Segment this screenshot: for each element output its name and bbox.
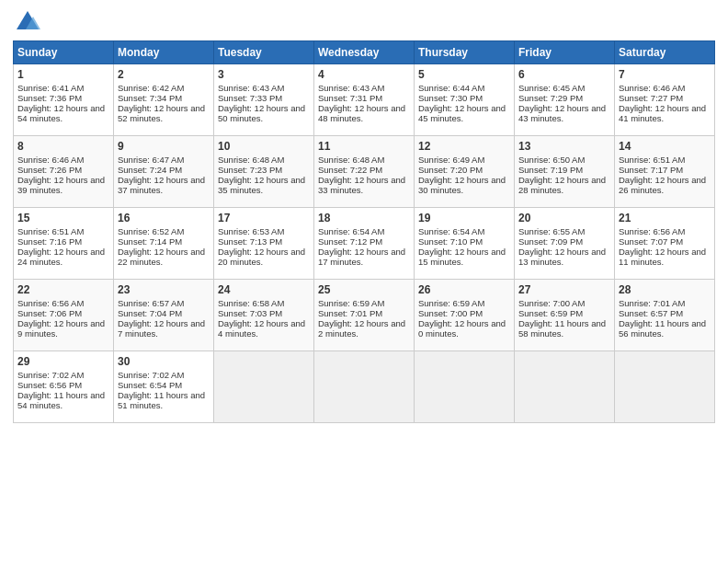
sunrise: Sunrise: 6:48 AM — [318, 155, 384, 165]
sunset: Sunset: 7:09 PM — [518, 236, 583, 247]
day-header-saturday: Saturday — [615, 41, 715, 64]
sunrise: Sunrise: 6:56 AM — [619, 226, 685, 236]
sunset: Sunset: 7:12 PM — [318, 236, 382, 247]
sunset: Sunset: 7:22 PM — [318, 165, 382, 175]
daylight: Daylight: 12 hours and 13 minutes. — [518, 247, 606, 267]
day-number: 16 — [118, 212, 210, 224]
sunset: Sunset: 7:10 PM — [418, 236, 483, 247]
sunset: Sunset: 6:54 PM — [118, 380, 182, 390]
sunrise: Sunrise: 6:43 AM — [218, 83, 284, 93]
daylight: Daylight: 12 hours and 52 minutes. — [118, 103, 205, 123]
sunset: Sunset: 7:29 PM — [518, 93, 583, 103]
day-number: 10 — [218, 140, 310, 153]
sunset: Sunset: 7:33 PM — [218, 93, 282, 103]
daylight: Daylight: 12 hours and 26 minutes. — [619, 175, 706, 195]
day-header-friday: Friday — [515, 41, 615, 64]
sunset: Sunset: 7:30 PM — [418, 93, 483, 103]
sunrise: Sunrise: 6:47 AM — [118, 155, 184, 165]
daylight: Daylight: 12 hours and 43 minutes. — [518, 103, 606, 123]
calendar-cell: 24 Sunrise: 6:58 AM Sunset: 7:03 PM Dayl… — [214, 280, 314, 351]
sunset: Sunset: 7:27 PM — [619, 93, 683, 103]
day-header-sunday: Sunday — [14, 41, 114, 64]
sunset: Sunset: 7:34 PM — [118, 93, 182, 103]
sunrise: Sunrise: 6:43 AM — [318, 83, 384, 93]
sunset: Sunset: 7:03 PM — [218, 308, 282, 318]
daylight: Daylight: 11 hours and 54 minutes. — [17, 390, 105, 410]
sunrise: Sunrise: 6:52 AM — [118, 226, 184, 236]
day-number: 19 — [418, 212, 510, 224]
sunset: Sunset: 7:07 PM — [619, 236, 683, 247]
calendar-cell: 26 Sunrise: 6:59 AM Sunset: 7:00 PM Dayl… — [415, 280, 515, 351]
day-number: 25 — [318, 283, 410, 296]
daylight: Daylight: 12 hours and 28 minutes. — [518, 175, 606, 195]
calendar-cell: 15 Sunrise: 6:51 AM Sunset: 7:16 PM Dayl… — [14, 208, 114, 280]
calendar-week-1: 1 Sunrise: 6:41 AM Sunset: 7:36 PM Dayli… — [14, 64, 715, 136]
daylight: Daylight: 12 hours and 33 minutes. — [318, 175, 405, 195]
day-number: 5 — [418, 68, 510, 81]
sunset: Sunset: 7:36 PM — [17, 93, 82, 103]
daylight: Daylight: 12 hours and 20 minutes. — [218, 247, 305, 267]
calendar-cell: 2 Sunrise: 6:42 AM Sunset: 7:34 PM Dayli… — [114, 64, 214, 136]
sunrise: Sunrise: 6:53 AM — [218, 226, 284, 236]
day-number: 26 — [418, 283, 510, 296]
sunrise: Sunrise: 6:58 AM — [218, 298, 284, 308]
sunset: Sunset: 7:17 PM — [619, 165, 683, 175]
sunset: Sunset: 7:26 PM — [17, 165, 82, 175]
daylight: Daylight: 12 hours and 4 minutes. — [218, 318, 305, 339]
calendar-cell: 5 Sunrise: 6:44 AM Sunset: 7:30 PM Dayli… — [415, 64, 515, 136]
sunset: Sunset: 6:56 PM — [17, 380, 82, 390]
daylight: Daylight: 11 hours and 58 minutes. — [518, 318, 606, 339]
day-number: 17 — [218, 212, 310, 224]
calendar-cell: 14 Sunrise: 6:51 AM Sunset: 7:17 PM Dayl… — [615, 136, 715, 208]
calendar-cell: 8 Sunrise: 6:46 AM Sunset: 7:26 PM Dayli… — [14, 136, 114, 208]
calendar-cell: 1 Sunrise: 6:41 AM Sunset: 7:36 PM Dayli… — [14, 64, 114, 136]
sunset: Sunset: 7:23 PM — [218, 165, 282, 175]
calendar-cell: 17 Sunrise: 6:53 AM Sunset: 7:13 PM Dayl… — [214, 208, 314, 280]
calendar-week-4: 22 Sunrise: 6:56 AM Sunset: 7:06 PM Dayl… — [14, 280, 715, 351]
day-number: 20 — [518, 212, 610, 224]
sunrise: Sunrise: 6:50 AM — [518, 155, 585, 165]
sunset: Sunset: 6:59 PM — [518, 308, 583, 318]
sunrise: Sunrise: 7:01 AM — [619, 298, 685, 308]
daylight: Daylight: 12 hours and 37 minutes. — [118, 175, 205, 195]
sunrise: Sunrise: 6:51 AM — [17, 226, 84, 236]
logo-icon — [15, 9, 40, 35]
sunset: Sunset: 7:01 PM — [318, 308, 382, 318]
day-header-monday: Monday — [114, 41, 214, 64]
sunrise: Sunrise: 7:02 AM — [118, 370, 184, 380]
calendar-cell: 4 Sunrise: 6:43 AM Sunset: 7:31 PM Dayli… — [314, 64, 415, 136]
daylight: Daylight: 12 hours and 2 minutes. — [318, 318, 405, 339]
sunset: Sunset: 7:04 PM — [118, 308, 182, 318]
sunset: Sunset: 7:16 PM — [17, 236, 82, 247]
day-header-wednesday: Wednesday — [314, 41, 415, 64]
sunrise: Sunrise: 6:55 AM — [518, 226, 585, 236]
day-number: 2 — [118, 68, 210, 81]
daylight: Daylight: 12 hours and 54 minutes. — [17, 103, 105, 123]
sunset: Sunset: 7:00 PM — [418, 308, 483, 318]
day-number: 29 — [17, 355, 109, 368]
day-header-tuesday: Tuesday — [214, 41, 314, 64]
calendar-cell: 12 Sunrise: 6:49 AM Sunset: 7:20 PM Dayl… — [415, 136, 515, 208]
sunset: Sunset: 7:19 PM — [518, 165, 583, 175]
sunrise: Sunrise: 6:45 AM — [518, 83, 585, 93]
daylight: Daylight: 12 hours and 41 minutes. — [619, 103, 706, 123]
calendar-cell — [415, 351, 515, 423]
day-number: 27 — [518, 283, 610, 296]
calendar-cell: 10 Sunrise: 6:48 AM Sunset: 7:23 PM Dayl… — [214, 136, 314, 208]
day-number: 15 — [17, 212, 109, 224]
day-number: 12 — [418, 140, 510, 153]
sunset: Sunset: 6:57 PM — [619, 308, 683, 318]
sunrise: Sunrise: 6:46 AM — [619, 83, 685, 93]
sunrise: Sunrise: 6:57 AM — [118, 298, 184, 308]
day-number: 8 — [17, 140, 109, 153]
calendar-cell: 22 Sunrise: 6:56 AM Sunset: 7:06 PM Dayl… — [14, 280, 114, 351]
calendar-cell — [214, 351, 314, 423]
sunrise: Sunrise: 7:02 AM — [17, 370, 84, 380]
sunset: Sunset: 7:24 PM — [118, 165, 182, 175]
calendar-cell: 7 Sunrise: 6:46 AM Sunset: 7:27 PM Dayli… — [615, 64, 715, 136]
sunrise: Sunrise: 6:49 AM — [418, 155, 484, 165]
calendar-cell: 6 Sunrise: 6:45 AM Sunset: 7:29 PM Dayli… — [515, 64, 615, 136]
day-number: 24 — [218, 283, 310, 296]
sunrise: Sunrise: 6:46 AM — [17, 155, 84, 165]
calendar-cell: 21 Sunrise: 6:56 AM Sunset: 7:07 PM Dayl… — [615, 208, 715, 280]
